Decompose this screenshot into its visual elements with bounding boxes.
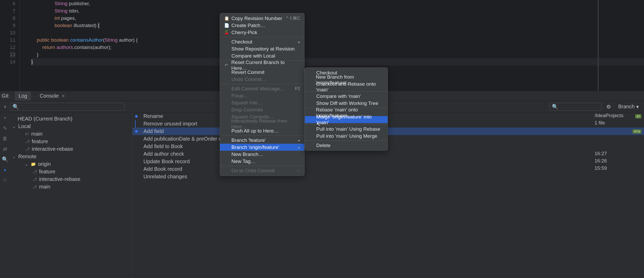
menu-item-label: Copy Revision Number: [231, 16, 282, 21]
menu-item-label: Branch 'origin/feature': [231, 144, 279, 150]
menu-item[interactable]: Pull into 'main' Using Merge: [305, 132, 388, 140]
menu-item[interactable]: Branch 'origin/feature'▸: [220, 144, 304, 151]
graph-dot-icon: [135, 115, 138, 118]
code-line[interactable]: return authors.contains(author);: [31, 44, 644, 51]
menu-item[interactable]: ↶Reset Current Branch to Here…: [220, 62, 304, 69]
star-icon[interactable]: ☆: [3, 177, 7, 183]
commit-row[interactable]: Remove unused import: [132, 120, 644, 128]
tab-console[interactable]: Console ✕: [36, 91, 69, 100]
commit-row[interactable]: Add Book record: [132, 165, 644, 173]
branch-icon: ⎇: [32, 169, 37, 174]
menu-item[interactable]: New Tag…: [220, 158, 304, 165]
menu-item[interactable]: Checkout and Rebase onto 'main': [305, 83, 388, 90]
branch-item-main[interactable]: 🏷main: [12, 130, 130, 138]
menu-item-label: Pull into 'main' Using Merge: [316, 133, 377, 139]
back-arrow-icon[interactable]: ‹: [3, 103, 8, 110]
branch-icon: ⎇: [25, 147, 30, 151]
chevron-right-icon: ▸: [298, 145, 300, 149]
gear-icon[interactable]: ⚙: [604, 104, 613, 110]
branch-item-interactive-rebase[interactable]: ⎇interactive-rebase: [12, 145, 130, 153]
local-group[interactable]: ⌄Local: [12, 123, 130, 130]
swap-icon[interactable]: ⇄: [3, 146, 7, 152]
menu-item[interactable]: Branch 'feature'▸: [220, 137, 304, 144]
code-line[interactable]: }: [31, 51, 644, 58]
scrollbar[interactable]: [598, 0, 599, 91]
menu-item[interactable]: 🍒Cherry-Pick: [220, 29, 304, 36]
commit-row[interactable]: Rename🏷: [132, 112, 644, 120]
commit-row[interactable]: Add author check: [132, 150, 644, 158]
menu-item[interactable]: 📄Create Patch…: [220, 22, 304, 29]
branch-icon: ⎇: [25, 139, 30, 144]
chevron-right-icon: ▸: [298, 40, 300, 44]
menu-item-label: Compare with Local: [231, 53, 275, 59]
menu-item: Undo Commit…: [220, 76, 304, 83]
menu-item-label: Push All up to Here…: [231, 128, 279, 134]
plus-icon[interactable]: +: [3, 115, 7, 121]
line-num: 11: [10, 36, 15, 44]
menu-item-label: Drop Commits: [231, 107, 263, 113]
menu-item[interactable]: Show Repository at Revision: [220, 45, 304, 52]
branch-item-feature[interactable]: ⎇feature: [12, 138, 130, 145]
commit-row[interactable]: Add field to Book: [132, 143, 644, 150]
commit-search-input[interactable]: 🔍: [550, 103, 602, 111]
menu-item-label: Branch 'feature': [231, 137, 266, 143]
tab-log[interactable]: Log: [15, 91, 31, 100]
graph-dot-icon: [135, 130, 138, 133]
chevron-down-icon: ⌄: [12, 155, 16, 159]
remote-branch-feature[interactable]: ⎇feature: [12, 168, 130, 175]
commit-row[interactable]: Add field🏷 o: [132, 128, 644, 135]
fold-bar[interactable]: [20, 0, 22, 91]
remote-branch-main[interactable]: ⎇main: [12, 183, 130, 191]
menu-shortcut: F2: [295, 86, 300, 91]
menu-item-label: Pull into 'main' Using Rebase: [316, 126, 380, 132]
menu-item[interactable]: Compare with 'main': [305, 93, 388, 100]
edit-icon[interactable]: ✎: [3, 125, 7, 131]
remote-branch-interactive-rebase[interactable]: ⎇interactive-rebase: [12, 175, 130, 183]
code-line[interactable]: boolean illustrated) {: [31, 22, 644, 29]
menu-separator: [220, 166, 304, 166]
branches-pane[interactable]: HEAD (Current Branch) ⌄Local 🏷main ⎇feat…: [10, 112, 132, 278]
menu-item-label: Cherry-Pick: [231, 30, 257, 35]
menu-item-icon: ↶: [224, 63, 229, 68]
menu-item-label: Go to Child Commit: [231, 168, 275, 174]
branch-submenu: CheckoutNew Branch from 'origin/feature'…: [305, 67, 388, 151]
timestamp: 16:27: [592, 150, 644, 157]
code-line[interactable]: }: [31, 58, 644, 66]
search-icon[interactable]: 🔍: [2, 156, 8, 162]
tag-icon[interactable]: ⬥: [3, 167, 7, 173]
file-path: /IdeaProjects: [592, 112, 644, 119]
menu-item[interactable]: Show Diff with Working Tree: [305, 100, 388, 107]
code-line[interactable]: [31, 29, 644, 36]
code-line[interactable]: public boolean containsAuthor(String aut…: [31, 36, 644, 44]
commit-row[interactable]: Update Book record: [132, 158, 644, 165]
origin-group[interactable]: ⌄📁origin: [12, 160, 130, 168]
close-icon[interactable]: ✕: [61, 93, 65, 99]
menu-item[interactable]: 📋Copy Revision Number⌃⇧⌘C: [220, 15, 304, 22]
menu-item[interactable]: Delete: [305, 142, 388, 149]
menu-item-label: Undo Commit…: [231, 77, 267, 82]
code-line[interactable]: int pages,: [31, 15, 644, 22]
trash-icon[interactable]: 🗑: [2, 136, 8, 142]
branch-filter-button[interactable]: Branch ▾: [616, 104, 641, 110]
menu-item: Fixup…: [220, 92, 304, 99]
menu-item-label: Edit Commit Message…: [231, 86, 285, 92]
menu-item-label: Show Repository at Revision: [231, 46, 295, 52]
menu-item[interactable]: New Branch…: [220, 151, 304, 158]
menu-item[interactable]: Compare with Local: [220, 52, 304, 59]
commit-message: Add field to Book: [143, 143, 641, 149]
code-line[interactable]: String publisher,: [31, 0, 644, 7]
menu-separator: [220, 135, 304, 136]
menu-item-label: New Tag…: [231, 159, 256, 164]
code-line[interactable]: String isbn,: [31, 7, 644, 15]
line-num: 7: [12, 7, 15, 15]
menu-item-icon: 📄: [224, 23, 229, 28]
menu-item[interactable]: Checkout▸: [220, 38, 304, 45]
file-count: 1 file: [592, 119, 644, 127]
commit-row[interactable]: Unrelated changes: [132, 173, 644, 180]
remote-group[interactable]: ⌄Remote: [12, 153, 130, 160]
branch-search-input[interactable]: 🔍: [10, 103, 125, 111]
search-icon: 🔍: [552, 104, 558, 110]
commits-pane[interactable]: Rename🏷 Remove unused import Add field🏷 …: [132, 112, 644, 278]
commit-row[interactable]: Add publicationDate & preOrder check: [132, 135, 644, 143]
head-branch[interactable]: HEAD (Current Branch): [12, 115, 130, 123]
